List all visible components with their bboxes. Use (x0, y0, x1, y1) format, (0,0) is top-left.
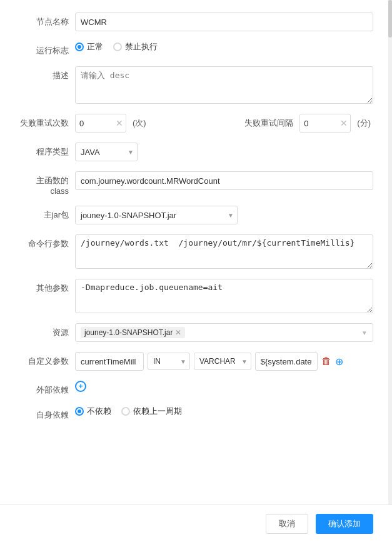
radio-stop-label: 禁止执行 (125, 41, 158, 53)
main-jar-arrow-icon: ▼ (228, 212, 234, 219)
self-dep-row: 自身依赖 不依赖 依赖上一周期 (19, 406, 373, 421)
main-jar-content: jouney-1.0-SNAPSHOT.jar ▼ (75, 206, 373, 224)
run-flag-radio-group: 正常 禁止执行 (75, 41, 158, 53)
resource-label: 资源 (19, 323, 75, 338)
radio-prev-cycle[interactable]: 依赖上一周期 (121, 406, 182, 417)
radio-normal[interactable]: 正常 (75, 41, 103, 53)
custom-params-inner: IN ▼ VARCHAR ▼ 🗑 ⊕ (75, 352, 373, 371)
main-class-label: 主函数的class (19, 171, 75, 196)
other-params-row: 其他参数 -Dmapreduce.job.queuename=ait (19, 279, 373, 313)
main-class-content (75, 171, 373, 190)
custom-param-direction-wrap[interactable]: IN ▼ (148, 353, 190, 370)
retry-interval-label: 失败重试间隔 (242, 118, 296, 129)
main-jar-select[interactable]: jouney-1.0-SNAPSHOT.jar (75, 206, 238, 224)
other-params-label: 其他参数 (19, 279, 75, 294)
custom-param-name-input[interactable] (75, 352, 144, 371)
desc-textarea[interactable] (75, 66, 373, 104)
custom-param-value-input[interactable] (255, 352, 318, 371)
retry-count-input[interactable] (76, 114, 113, 132)
program-type-label: 程序类型 (19, 143, 75, 158)
resource-row: 资源 jouney-1.0-SNAPSHOT.jar ✕ ▼ (19, 323, 373, 342)
cmd-params-textarea[interactable]: /journey/words.txt /journey/out/mr/${cur… (75, 234, 373, 269)
external-deps-content: + (75, 381, 373, 392)
dialog-footer: 取消 确认添加 (0, 504, 392, 542)
radio-prev-cycle-label: 依赖上一周期 (133, 406, 182, 417)
scrollbar-thumb[interactable] (388, 0, 392, 38)
main-class-input[interactable] (75, 171, 373, 190)
custom-params-label: 自定义参数 (19, 352, 75, 367)
self-dep-content: 不依赖 依赖上一周期 (75, 406, 373, 417)
dialog-container: 节点名称 运行标志 正常 禁止执行 描述 失 (0, 0, 392, 542)
main-jar-select-wrap[interactable]: jouney-1.0-SNAPSHOT.jar ▼ (75, 206, 238, 224)
node-name-input[interactable] (75, 13, 373, 31)
cmd-params-row: 命令行参数 /journey/words.txt /journey/out/mr… (19, 234, 373, 269)
radio-normal-label: 正常 (87, 41, 103, 53)
cmd-params-content: /journey/words.txt /journey/out/mr/${cur… (75, 234, 373, 269)
node-name-label: 节点名称 (19, 13, 75, 28)
retry-count-label: 失败重试次数 (19, 114, 75, 129)
radio-no-dep-circle[interactable] (75, 407, 84, 416)
external-deps-label: 外部依赖 (19, 381, 75, 396)
radio-no-dep[interactable]: 不依赖 (75, 406, 111, 417)
retry-interval-wrap: ✕ (299, 114, 351, 133)
retry-count-wrap: ✕ (75, 114, 126, 133)
custom-param-direction-arrow-icon: ▼ (180, 358, 186, 365)
self-dep-radio-group: 不依赖 依赖上一周期 (75, 406, 182, 417)
custom-params-content: IN ▼ VARCHAR ▼ 🗑 ⊕ (75, 352, 373, 371)
resource-tag: jouney-1.0-SNAPSHOT.jar ✕ (81, 327, 185, 338)
resource-tag-text: jouney-1.0-SNAPSHOT.jar (84, 328, 173, 337)
resource-select-wrap[interactable]: jouney-1.0-SNAPSHOT.jar ✕ ▼ (75, 323, 373, 342)
custom-param-type-wrap[interactable]: VARCHAR ▼ (194, 353, 251, 370)
desc-label: 描述 (19, 66, 75, 81)
program-type-row: 程序类型 JAVA ▼ (19, 143, 373, 161)
program-type-select-wrap[interactable]: JAVA ▼ (75, 143, 138, 161)
cmd-params-label: 命令行参数 (19, 234, 75, 249)
external-deps-inner: + (75, 381, 86, 392)
custom-param-add-icon[interactable]: ⊕ (335, 356, 343, 368)
node-name-content (75, 13, 373, 31)
radio-prev-cycle-circle[interactable] (121, 407, 130, 416)
resource-dropdown-arrow-icon[interactable]: ▼ (361, 329, 368, 336)
retry-interval-clear-icon[interactable]: ✕ (338, 118, 350, 128)
program-type-arrow-icon: ▼ (128, 149, 134, 156)
custom-param-delete-icon[interactable]: 🗑 (321, 356, 331, 367)
external-deps-row: 外部依赖 + (19, 381, 373, 396)
radio-stop-circle[interactable] (113, 43, 122, 51)
main-jar-row: 主jar包 jouney-1.0-SNAPSHOT.jar ▼ (19, 206, 373, 224)
program-type-content: JAVA ▼ (75, 143, 373, 161)
main-class-row: 主函数的class (19, 171, 373, 196)
node-name-row: 节点名称 (19, 13, 373, 31)
confirm-button[interactable]: 确认添加 (316, 514, 373, 534)
retry-interval-unit: (分) (354, 118, 373, 129)
radio-stop[interactable]: 禁止执行 (113, 41, 158, 53)
radio-no-dep-label: 不依赖 (87, 406, 111, 417)
retry-content: ✕ (次) 失败重试间隔 ✕ (分) (75, 114, 373, 133)
run-flag-content: 正常 禁止执行 (75, 41, 373, 53)
retry-count-unit: (次) (130, 118, 149, 129)
retry-interval-input[interactable] (300, 114, 338, 132)
retry-row: 失败重试次数 ✕ (次) 失败重试间隔 ✕ (分) (19, 114, 373, 133)
resource-tag-close-icon[interactable]: ✕ (175, 328, 181, 337)
custom-param-type-arrow-icon: ▼ (241, 358, 248, 365)
run-flag-label: 运行标志 (19, 41, 75, 56)
other-params-textarea[interactable]: -Dmapreduce.job.queuename=ait (75, 279, 373, 313)
external-deps-add-icon[interactable]: + (75, 381, 86, 392)
retry-count-clear-icon[interactable]: ✕ (113, 118, 126, 128)
other-params-content: -Dmapreduce.job.queuename=ait (75, 279, 373, 313)
desc-content (75, 66, 373, 104)
resource-content: jouney-1.0-SNAPSHOT.jar ✕ ▼ (75, 323, 373, 342)
scrollbar-track[interactable] (388, 0, 392, 542)
run-flag-row: 运行标志 正常 禁止执行 (19, 41, 373, 56)
main-jar-label: 主jar包 (19, 206, 75, 221)
desc-row: 描述 (19, 66, 373, 104)
self-dep-label: 自身依赖 (19, 406, 75, 421)
radio-normal-circle[interactable] (75, 43, 84, 51)
custom-params-row: 自定义参数 IN ▼ VARCHAR ▼ 🗑 ⊕ (19, 352, 373, 371)
cancel-button[interactable]: 取消 (266, 514, 308, 534)
